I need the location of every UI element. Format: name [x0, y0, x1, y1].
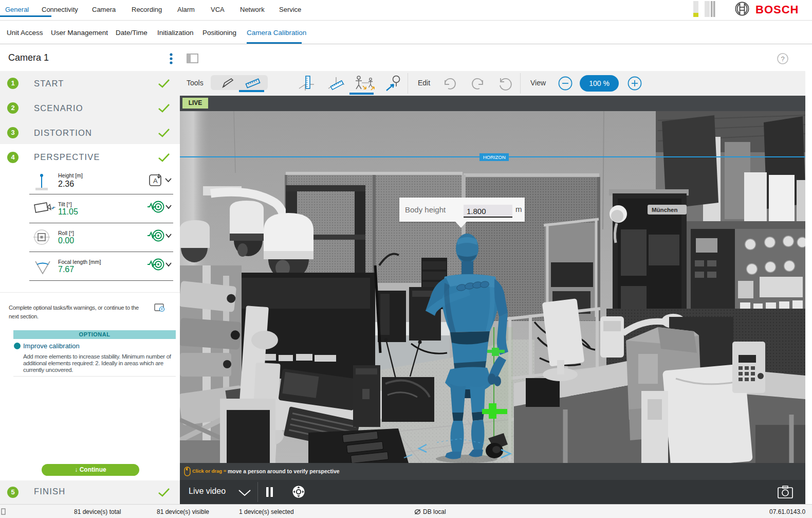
svg-text:München: München	[652, 207, 677, 213]
svg-text:HORIZON: HORIZON	[483, 154, 506, 160]
svg-text:?: ?	[781, 55, 785, 63]
svg-text:A: A	[153, 177, 158, 185]
